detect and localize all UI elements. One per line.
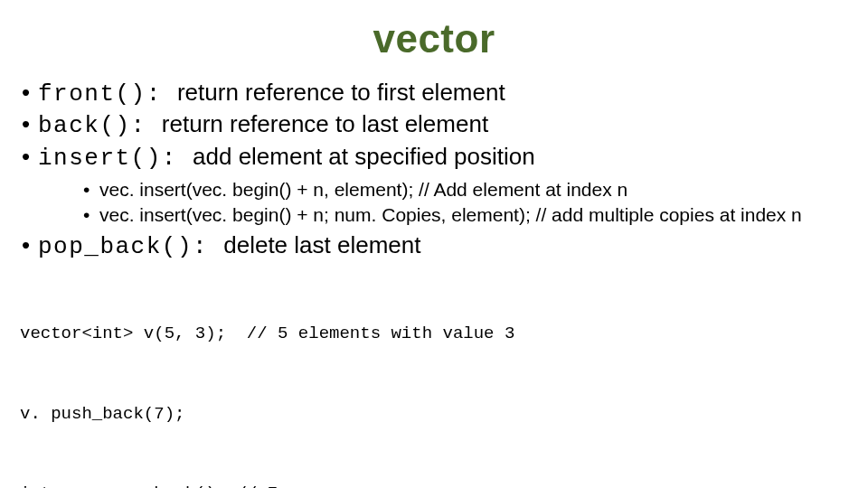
sub-bullet: vec. insert(vec. begin() + n; num. Copie… xyxy=(83,202,848,228)
bullet-insert: insert(): add element at specified posit… xyxy=(20,142,848,228)
bullet-code: insert(): xyxy=(38,145,193,172)
code-line: vector<int> v(5, 3); // 5 elements with … xyxy=(20,321,848,347)
bullet-list: front(): return reference to first eleme… xyxy=(20,78,848,263)
sub-list: vec. insert(vec. begin() + n, element); … xyxy=(38,177,848,227)
bullet-code: front(): xyxy=(38,80,177,108)
bullet-code: pop_back(): xyxy=(38,233,223,260)
bullet-desc: add element at specified position xyxy=(193,143,535,170)
code-line: v. push_back(7); xyxy=(20,401,848,427)
bullet-desc: return reference to first element xyxy=(177,79,505,106)
bullet-back: back(): return reference to last element xyxy=(20,109,848,141)
bullet-popback: pop_back(): delete last element xyxy=(20,230,848,262)
slide-title: vector xyxy=(20,16,848,61)
bullet-desc: return reference to last element xyxy=(162,110,488,137)
sub-bullet: vec. insert(vec. begin() + n, element); … xyxy=(83,177,848,202)
bullet-front: front(): return reference to first eleme… xyxy=(20,78,848,109)
bullet-code: back(): xyxy=(38,112,162,139)
slide: vector front(): return reference to firs… xyxy=(0,0,868,488)
code-line: int num = v. back(); // 7 xyxy=(20,481,848,488)
bullet-desc: delete last element xyxy=(223,231,420,258)
code-block: vector<int> v(5, 3); // 5 elements with … xyxy=(20,268,848,489)
